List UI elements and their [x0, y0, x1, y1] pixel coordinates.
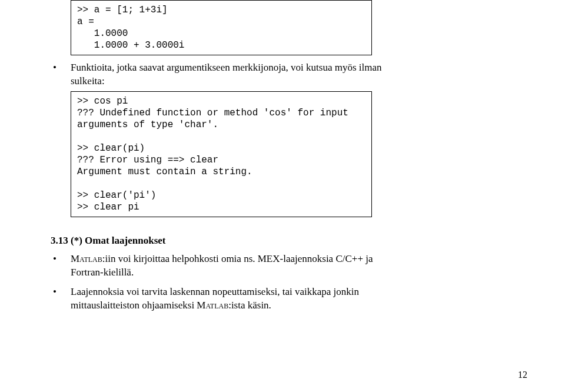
bullet-list-2: Matlab:iin voi kirjoittaa helpohkosti om… [51, 253, 514, 313]
matlab-smallcaps-1: Matlab [71, 253, 102, 264]
code-block-1: >> a = [1; 1+3i] a = 1.0000 1.0000 + 3.0… [71, 0, 372, 55]
code-column-2: >> cos pi ??? Undefined function or meth… [51, 91, 514, 217]
section-heading: 3.13 (*) Omat laajennokset [51, 235, 514, 247]
page-number: 12 [518, 370, 527, 380]
matlab-smallcaps-2: Matlab [197, 300, 228, 311]
bullet-extensions-2: Laajennoksia voi tarvita laskennan nopeu… [51, 285, 388, 313]
code-column: >> a = [1; 1+3i] a = 1.0000 1.0000 + 3.0… [51, 0, 514, 55]
bullet-list-1: Funktioita, jotka saavat argumentikseen … [51, 61, 514, 88]
bullet-functions-note: Funktioita, jotka saavat argumentikseen … [51, 61, 388, 88]
page: >> a = [1; 1+3i] a = 1.0000 1.0000 + 3.0… [0, 0, 565, 392]
code-block-2: >> cos pi ??? Undefined function or meth… [71, 91, 372, 217]
bullet-extensions-2-post: :ista käsin. [228, 300, 271, 311]
bullet-extensions-1-text: :iin voi kirjoittaa helpohkosti omia ns.… [71, 253, 373, 278]
bullet-extensions-1: Matlab:iin voi kirjoittaa helpohkosti om… [51, 253, 388, 280]
